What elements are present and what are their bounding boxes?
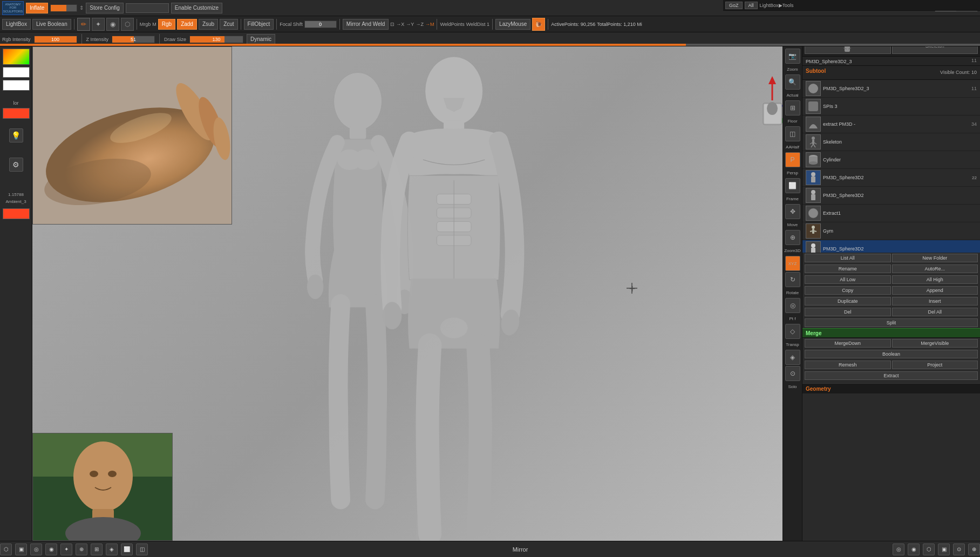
subtool-item[interactable]: extract PM3D - 34 [802, 116, 980, 133]
mirror-weld-button[interactable]: Mirror And Weld [343, 19, 389, 30]
merge-visible-button[interactable]: MergeVisible [892, 339, 978, 348]
geometry-section[interactable]: Geometry [802, 383, 980, 393]
bottom-icon-11[interactable]: ◎ [893, 544, 904, 555]
subtool-item[interactable]: Extract1 [802, 205, 980, 222]
bottom-icon-14[interactable]: ▣ [938, 544, 950, 555]
bottom-icon-9[interactable]: ⬜ [121, 544, 133, 555]
all-button[interactable]: All [745, 2, 758, 9]
xyz-icon[interactable]: XYZ [785, 256, 800, 271]
merge-down-button[interactable]: MergeDown [805, 339, 891, 348]
bottom-icon-3[interactable]: ◎ [30, 544, 42, 555]
del-all-button[interactable]: Del All [892, 308, 978, 316]
rotate-icon[interactable]: ↻ [785, 272, 800, 287]
color-white[interactable] [3, 67, 30, 78]
frame-icon[interactable]: ⬜ [785, 178, 800, 193]
aahalf-icon[interactable]: ◫ [785, 126, 800, 141]
zcut-button[interactable]: Zcut [220, 19, 237, 30]
aahalf-label: AAHalf [785, 142, 800, 151]
inflate-slider[interactable] [50, 4, 77, 12]
subtool-item[interactable]: PM3D_Sphere3D2_3 11 [802, 80, 980, 98]
transp-icon[interactable]: ◇ [785, 324, 800, 339]
all-high-button[interactable]: All High [892, 275, 978, 284]
z-intensity-slider[interactable]: 51 [112, 36, 155, 43]
rename-button[interactable]: Rename [805, 264, 891, 273]
zoom3d-icon[interactable]: ⊕ [785, 230, 800, 245]
bottom-icon-8[interactable]: ◈ [106, 544, 118, 555]
color-red[interactable] [3, 108, 30, 119]
bottom-icon-15[interactable]: ⊙ [953, 544, 965, 555]
subtool-item[interactable]: PM3D_Sphere3D2 22 [802, 169, 980, 187]
subtool-item[interactable]: Cylinder [802, 151, 980, 169]
point-icon[interactable]: ◎ [785, 298, 800, 313]
goz-button[interactable]: GoZ [725, 2, 743, 9]
live-boolean-button[interactable]: Live Boolean [32, 19, 71, 30]
bottom-icon-2[interactable]: ▣ [15, 544, 27, 555]
draw-tool-btn[interactable]: ✏ [77, 18, 90, 31]
bottom-icon-1[interactable]: ⬡ [0, 544, 12, 555]
smooth-tool-btn[interactable]: ◉ [106, 18, 119, 31]
list-all-button[interactable]: List All [805, 254, 891, 262]
insert-button[interactable]: Insert [892, 297, 978, 305]
svg-rect-70 [812, 229, 814, 234]
bottom-icon-6[interactable]: ⊕ [76, 544, 87, 555]
copy-button[interactable]: Copy [805, 286, 891, 295]
ghost-icon[interactable]: ◈ [785, 350, 800, 365]
extract-button[interactable]: Extract [805, 371, 978, 380]
remesh-button[interactable]: Remesh [805, 361, 891, 369]
focal-shift-slider[interactable]: 0 [304, 21, 337, 28]
subtool-item[interactable]: SPIs 3 [802, 98, 980, 116]
zadd-button[interactable]: Zadd [177, 19, 197, 30]
camera-icon[interactable]: 📷 [785, 49, 800, 64]
color-gradient[interactable] [3, 49, 30, 65]
svg-point-73 [811, 243, 815, 248]
actual-label: Actual [785, 91, 800, 99]
subtool-item[interactable]: PM3D_Sphere3D2 [802, 187, 980, 205]
zsub-button[interactable]: Zsub [199, 19, 218, 30]
new-folder-button[interactable]: New Folder [892, 254, 978, 262]
duplicate-button[interactable]: Duplicate [805, 297, 891, 305]
floor-icon[interactable]: ⊞ [785, 100, 800, 116]
append-button[interactable]: Append [892, 286, 978, 295]
auto-rename-button[interactable]: AutoRe... [892, 264, 978, 273]
bottom-icon-5[interactable]: ✦ [60, 544, 72, 555]
enable-customize-button[interactable]: Enable Customize [171, 3, 222, 13]
bottom-icon-13[interactable]: ⬡ [923, 544, 935, 555]
rgb-button[interactable]: Rgb [158, 19, 175, 30]
move-tool-btn[interactable]: ✦ [92, 18, 105, 31]
lazy-mouse-icon[interactable]: 🐌 [532, 18, 545, 31]
del-button[interactable]: Del [805, 308, 891, 316]
svg-point-64 [811, 172, 815, 176]
project-button[interactable]: Project [892, 361, 978, 369]
lazy-mouse-button[interactable]: LazyMouse [495, 19, 530, 30]
subtool-item[interactable]: Gym [802, 222, 980, 240]
settings-icon[interactable]: ⚙ [9, 158, 23, 172]
move-icon[interactable]: ✥ [785, 204, 800, 219]
lightbox-button[interactable]: LightBox [2, 19, 31, 30]
boolean-button[interactable]: Boolean [805, 350, 978, 358]
split-button[interactable]: Split [805, 318, 978, 327]
subtool-thumb [806, 134, 821, 150]
bottom-icon-16[interactable]: ⊕ [968, 544, 980, 555]
fill-object-button[interactable]: FillObject [244, 19, 274, 30]
ambient-color[interactable] [3, 208, 30, 219]
second-toolbar: LightBox Live Boolean ✏ ✦ ◉ ⬡ Mrgb M Rgb… [0, 16, 980, 32]
subtool-item[interactable]: Skeleton [802, 133, 980, 151]
rgb-intensity-slider[interactable]: 100 [34, 36, 77, 43]
color-white2[interactable] [3, 80, 30, 91]
color-picker-btn[interactable]: ⬡ [121, 18, 134, 31]
dynamic-button[interactable]: Dynamic [247, 34, 275, 45]
bottom-icon-7[interactable]: ⊞ [91, 544, 103, 555]
subtool-item[interactable]: PM3D_Sphere3D2 [802, 240, 980, 253]
draw-size-slider[interactable]: 130 [189, 36, 243, 43]
persp-icon[interactable]: P [785, 152, 800, 167]
config-input[interactable] [126, 3, 169, 13]
bottom-icon-4[interactable]: ◉ [45, 544, 57, 555]
all-low-button[interactable]: All Low [805, 275, 891, 284]
inflate-button[interactable]: Inflate [26, 3, 48, 13]
light-icon[interactable]: 💡 [9, 128, 23, 142]
zoom-icon[interactable]: 🔍 [785, 74, 800, 90]
bottom-icon-10[interactable]: ◫ [136, 544, 148, 555]
store-config-button[interactable]: Store Config [86, 3, 124, 13]
solo-icon[interactable]: ⊙ [785, 366, 800, 381]
bottom-icon-12[interactable]: ◉ [908, 544, 920, 555]
